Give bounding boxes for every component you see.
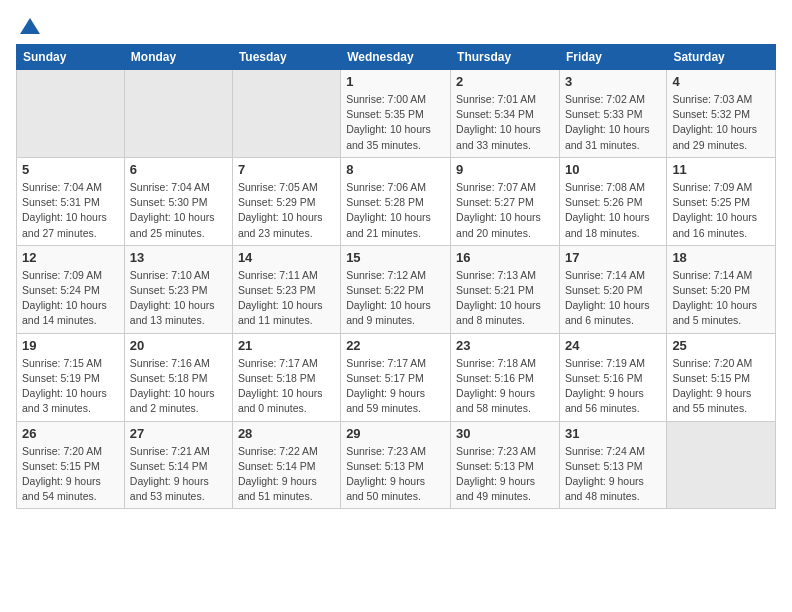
day-detail: Sunrise: 7:14 AM Sunset: 5:20 PM Dayligh… <box>565 268 661 329</box>
day-number: 13 <box>130 250 227 265</box>
calendar-week-row: 1Sunrise: 7:00 AM Sunset: 5:35 PM Daylig… <box>17 70 776 158</box>
calendar-cell: 1Sunrise: 7:00 AM Sunset: 5:35 PM Daylig… <box>341 70 451 158</box>
day-number: 30 <box>456 426 554 441</box>
page-header <box>16 16 776 34</box>
day-number: 8 <box>346 162 445 177</box>
calendar-cell: 21Sunrise: 7:17 AM Sunset: 5:18 PM Dayli… <box>232 333 340 421</box>
calendar-cell <box>232 70 340 158</box>
col-header-saturday: Saturday <box>667 45 776 70</box>
day-detail: Sunrise: 7:03 AM Sunset: 5:32 PM Dayligh… <box>672 92 770 153</box>
calendar-week-row: 19Sunrise: 7:15 AM Sunset: 5:19 PM Dayli… <box>17 333 776 421</box>
day-number: 23 <box>456 338 554 353</box>
calendar-cell: 31Sunrise: 7:24 AM Sunset: 5:13 PM Dayli… <box>559 421 666 509</box>
day-detail: Sunrise: 7:22 AM Sunset: 5:14 PM Dayligh… <box>238 444 335 505</box>
day-detail: Sunrise: 7:20 AM Sunset: 5:15 PM Dayligh… <box>672 356 770 417</box>
day-detail: Sunrise: 7:24 AM Sunset: 5:13 PM Dayligh… <box>565 444 661 505</box>
calendar-cell: 13Sunrise: 7:10 AM Sunset: 5:23 PM Dayli… <box>124 245 232 333</box>
svg-marker-0 <box>20 18 40 34</box>
day-detail: Sunrise: 7:17 AM Sunset: 5:18 PM Dayligh… <box>238 356 335 417</box>
day-number: 27 <box>130 426 227 441</box>
day-detail: Sunrise: 7:17 AM Sunset: 5:17 PM Dayligh… <box>346 356 445 417</box>
day-detail: Sunrise: 7:21 AM Sunset: 5:14 PM Dayligh… <box>130 444 227 505</box>
calendar-cell <box>667 421 776 509</box>
day-detail: Sunrise: 7:08 AM Sunset: 5:26 PM Dayligh… <box>565 180 661 241</box>
day-number: 18 <box>672 250 770 265</box>
calendar-cell: 5Sunrise: 7:04 AM Sunset: 5:31 PM Daylig… <box>17 157 125 245</box>
calendar-cell <box>124 70 232 158</box>
day-number: 22 <box>346 338 445 353</box>
calendar-cell: 28Sunrise: 7:22 AM Sunset: 5:14 PM Dayli… <box>232 421 340 509</box>
day-detail: Sunrise: 7:12 AM Sunset: 5:22 PM Dayligh… <box>346 268 445 329</box>
calendar-cell: 18Sunrise: 7:14 AM Sunset: 5:20 PM Dayli… <box>667 245 776 333</box>
calendar-cell: 30Sunrise: 7:23 AM Sunset: 5:13 PM Dayli… <box>451 421 560 509</box>
calendar-table: SundayMondayTuesdayWednesdayThursdayFrid… <box>16 44 776 509</box>
day-detail: Sunrise: 7:09 AM Sunset: 5:24 PM Dayligh… <box>22 268 119 329</box>
day-detail: Sunrise: 7:15 AM Sunset: 5:19 PM Dayligh… <box>22 356 119 417</box>
col-header-sunday: Sunday <box>17 45 125 70</box>
logo <box>16 16 42 34</box>
calendar-week-row: 12Sunrise: 7:09 AM Sunset: 5:24 PM Dayli… <box>17 245 776 333</box>
calendar-cell: 27Sunrise: 7:21 AM Sunset: 5:14 PM Dayli… <box>124 421 232 509</box>
calendar-cell: 12Sunrise: 7:09 AM Sunset: 5:24 PM Dayli… <box>17 245 125 333</box>
calendar-cell: 4Sunrise: 7:03 AM Sunset: 5:32 PM Daylig… <box>667 70 776 158</box>
day-detail: Sunrise: 7:07 AM Sunset: 5:27 PM Dayligh… <box>456 180 554 241</box>
day-detail: Sunrise: 7:20 AM Sunset: 5:15 PM Dayligh… <box>22 444 119 505</box>
day-number: 20 <box>130 338 227 353</box>
header-row: SundayMondayTuesdayWednesdayThursdayFrid… <box>17 45 776 70</box>
day-number: 24 <box>565 338 661 353</box>
calendar-cell: 9Sunrise: 7:07 AM Sunset: 5:27 PM Daylig… <box>451 157 560 245</box>
day-detail: Sunrise: 7:19 AM Sunset: 5:16 PM Dayligh… <box>565 356 661 417</box>
calendar-cell: 19Sunrise: 7:15 AM Sunset: 5:19 PM Dayli… <box>17 333 125 421</box>
day-number: 4 <box>672 74 770 89</box>
day-detail: Sunrise: 7:02 AM Sunset: 5:33 PM Dayligh… <box>565 92 661 153</box>
col-header-tuesday: Tuesday <box>232 45 340 70</box>
calendar-cell: 2Sunrise: 7:01 AM Sunset: 5:34 PM Daylig… <box>451 70 560 158</box>
calendar-cell: 25Sunrise: 7:20 AM Sunset: 5:15 PM Dayli… <box>667 333 776 421</box>
day-detail: Sunrise: 7:00 AM Sunset: 5:35 PM Dayligh… <box>346 92 445 153</box>
calendar-cell <box>17 70 125 158</box>
day-detail: Sunrise: 7:23 AM Sunset: 5:13 PM Dayligh… <box>346 444 445 505</box>
col-header-monday: Monday <box>124 45 232 70</box>
calendar-cell: 3Sunrise: 7:02 AM Sunset: 5:33 PM Daylig… <box>559 70 666 158</box>
day-detail: Sunrise: 7:04 AM Sunset: 5:30 PM Dayligh… <box>130 180 227 241</box>
logo-icon <box>18 16 42 36</box>
calendar-week-row: 26Sunrise: 7:20 AM Sunset: 5:15 PM Dayli… <box>17 421 776 509</box>
calendar-cell: 10Sunrise: 7:08 AM Sunset: 5:26 PM Dayli… <box>559 157 666 245</box>
calendar-cell: 29Sunrise: 7:23 AM Sunset: 5:13 PM Dayli… <box>341 421 451 509</box>
day-number: 17 <box>565 250 661 265</box>
calendar-cell: 16Sunrise: 7:13 AM Sunset: 5:21 PM Dayli… <box>451 245 560 333</box>
day-number: 21 <box>238 338 335 353</box>
day-number: 2 <box>456 74 554 89</box>
day-detail: Sunrise: 7:04 AM Sunset: 5:31 PM Dayligh… <box>22 180 119 241</box>
day-number: 31 <box>565 426 661 441</box>
day-number: 14 <box>238 250 335 265</box>
day-number: 26 <box>22 426 119 441</box>
calendar-cell: 20Sunrise: 7:16 AM Sunset: 5:18 PM Dayli… <box>124 333 232 421</box>
day-detail: Sunrise: 7:06 AM Sunset: 5:28 PM Dayligh… <box>346 180 445 241</box>
day-number: 11 <box>672 162 770 177</box>
calendar-cell: 22Sunrise: 7:17 AM Sunset: 5:17 PM Dayli… <box>341 333 451 421</box>
day-number: 19 <box>22 338 119 353</box>
col-header-wednesday: Wednesday <box>341 45 451 70</box>
calendar-cell: 11Sunrise: 7:09 AM Sunset: 5:25 PM Dayli… <box>667 157 776 245</box>
day-number: 16 <box>456 250 554 265</box>
day-number: 7 <box>238 162 335 177</box>
calendar-cell: 15Sunrise: 7:12 AM Sunset: 5:22 PM Dayli… <box>341 245 451 333</box>
calendar-cell: 14Sunrise: 7:11 AM Sunset: 5:23 PM Dayli… <box>232 245 340 333</box>
day-detail: Sunrise: 7:01 AM Sunset: 5:34 PM Dayligh… <box>456 92 554 153</box>
day-number: 29 <box>346 426 445 441</box>
day-number: 28 <box>238 426 335 441</box>
day-number: 6 <box>130 162 227 177</box>
calendar-cell: 17Sunrise: 7:14 AM Sunset: 5:20 PM Dayli… <box>559 245 666 333</box>
day-number: 15 <box>346 250 445 265</box>
col-header-friday: Friday <box>559 45 666 70</box>
day-detail: Sunrise: 7:11 AM Sunset: 5:23 PM Dayligh… <box>238 268 335 329</box>
day-number: 10 <box>565 162 661 177</box>
day-detail: Sunrise: 7:10 AM Sunset: 5:23 PM Dayligh… <box>130 268 227 329</box>
calendar-cell: 26Sunrise: 7:20 AM Sunset: 5:15 PM Dayli… <box>17 421 125 509</box>
calendar-cell: 6Sunrise: 7:04 AM Sunset: 5:30 PM Daylig… <box>124 157 232 245</box>
calendar-cell: 24Sunrise: 7:19 AM Sunset: 5:16 PM Dayli… <box>559 333 666 421</box>
day-number: 5 <box>22 162 119 177</box>
day-number: 25 <box>672 338 770 353</box>
day-detail: Sunrise: 7:13 AM Sunset: 5:21 PM Dayligh… <box>456 268 554 329</box>
